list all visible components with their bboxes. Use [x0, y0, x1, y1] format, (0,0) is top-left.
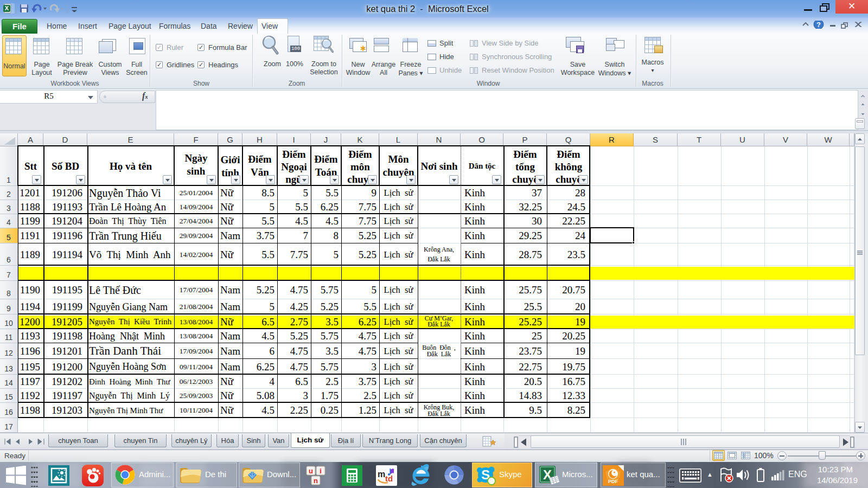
svg-text:u: u: [309, 467, 313, 475]
svg-text:n: n: [314, 477, 318, 485]
svg-text:?: ?: [816, 21, 821, 29]
svg-text:X: X: [5, 5, 9, 11]
svg-text:PDF: PDF: [608, 479, 618, 484]
svg-text:m: m: [378, 470, 385, 479]
svg-text:i: i: [320, 467, 322, 475]
